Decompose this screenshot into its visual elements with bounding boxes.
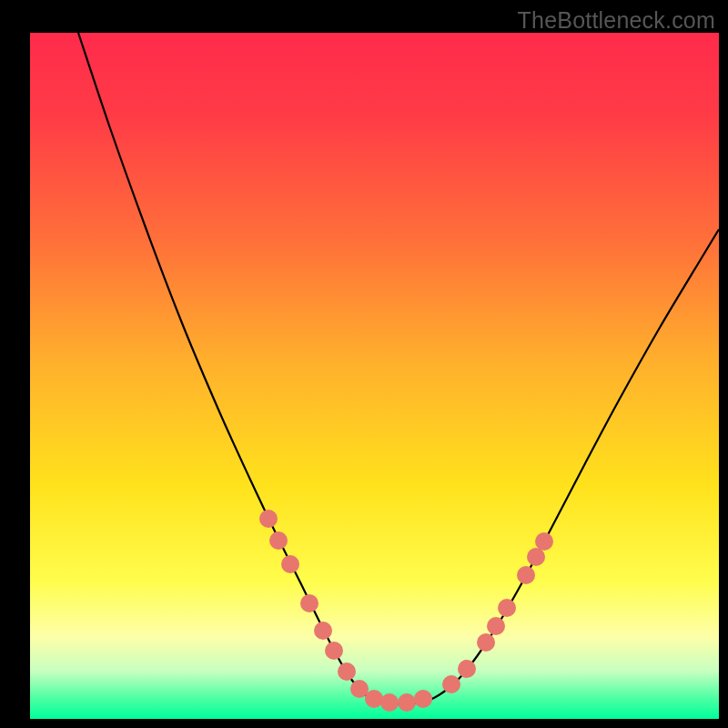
marker-dot bbox=[442, 675, 460, 693]
marker-dot bbox=[414, 690, 432, 708]
marker-dot bbox=[458, 660, 476, 678]
marker-dot bbox=[259, 510, 278, 528]
marker-dot bbox=[380, 693, 399, 712]
marker-dot bbox=[325, 642, 343, 660]
marker-dot bbox=[314, 622, 332, 640]
marker-dot bbox=[517, 566, 535, 584]
gradient-background bbox=[30, 33, 719, 719]
marker-dot bbox=[487, 617, 505, 635]
marker-dot bbox=[535, 532, 553, 551]
marker-dot bbox=[300, 594, 318, 612]
chart-stage: TheBottleneck.com bbox=[0, 0, 728, 728]
marker-dot bbox=[477, 633, 495, 652]
attribution-text: TheBottleneck.com bbox=[518, 7, 715, 34]
marker-dot bbox=[338, 662, 356, 681]
marker-dot bbox=[527, 548, 545, 566]
marker-dot bbox=[269, 531, 288, 550]
marker-dot bbox=[398, 693, 416, 712]
marker-dot bbox=[281, 555, 299, 573]
bottleneck-chart bbox=[0, 0, 728, 728]
marker-dot bbox=[498, 599, 516, 617]
marker-dot bbox=[365, 690, 383, 708]
